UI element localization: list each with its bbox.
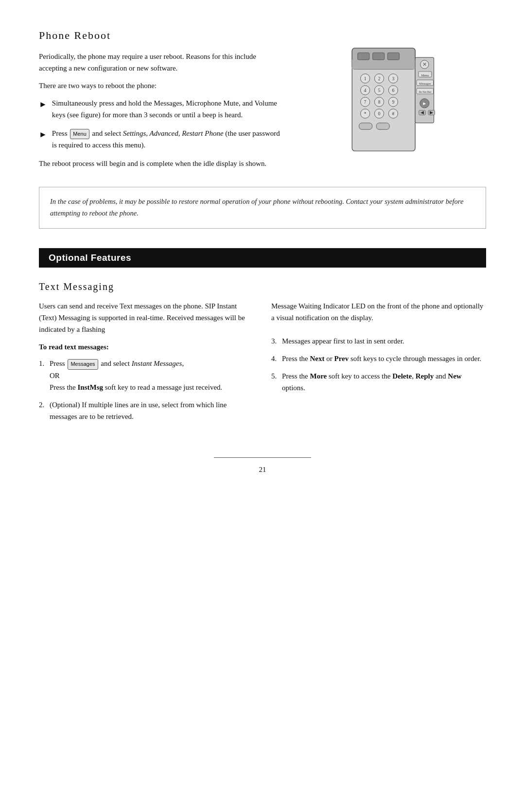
- reboot-bullet-1-text: Simultaneously press and hold the Messag…: [52, 97, 283, 121]
- svg-text:►: ►: [422, 101, 427, 106]
- reboot-left-column: Phone Reboot Periodically, the phone may…: [39, 29, 283, 175]
- step-5-text: Press the More soft key to access the De…: [282, 370, 486, 394]
- svg-text:5: 5: [378, 88, 381, 93]
- next-bold: Next: [310, 355, 325, 362]
- phone-reboot-section: Phone Reboot Periodically, the phone may…: [39, 29, 486, 243]
- text-messaging-title: Text Messaging: [39, 281, 486, 292]
- step-4-num: 4.: [271, 353, 282, 364]
- menu-key-button: Menu: [70, 129, 89, 140]
- optional-features-bar: Optional Features: [39, 248, 486, 268]
- prev-bold: Prev: [334, 355, 349, 362]
- svg-text:6: 6: [392, 88, 394, 93]
- step-2: 2. (Optional) If multiple lines are in u…: [39, 399, 254, 422]
- svg-rect-2: [352, 60, 415, 69]
- reboot-bullet-list: ► Simultaneously press and hold the Mess…: [39, 97, 283, 151]
- reboot-note-box: In the case of problems, it may be possi…: [39, 187, 486, 229]
- optional-features-section: Optional Features Text Messaging Users c…: [39, 243, 486, 428]
- step-5-num: 5.: [271, 370, 282, 382]
- phone-reboot-title: Phone Reboot: [39, 29, 283, 42]
- svg-text:8: 8: [378, 99, 381, 105]
- bullet-arrow-1: ►: [39, 98, 47, 111]
- text-messaging-layout: Users can send and receive Text messages…: [39, 300, 486, 428]
- step-1-text: Press Messages and select Instant Messag…: [50, 358, 254, 393]
- svg-text:*: *: [364, 111, 367, 116]
- svg-rect-31: [376, 123, 389, 129]
- page-number: 21: [259, 466, 266, 474]
- and-select-text: and select: [92, 129, 123, 137]
- press-label: Press: [52, 129, 68, 137]
- step-3-num: 3.: [271, 335, 282, 347]
- svg-rect-3: [358, 53, 369, 59]
- page-footer: 21: [214, 457, 311, 474]
- to-read-heading: To read text messages:: [39, 341, 254, 353]
- svg-text:#: #: [392, 111, 394, 116]
- optional-features-label: Optional Features: [49, 253, 131, 263]
- reboot-intro: Periodically, the phone may require a us…: [39, 51, 283, 74]
- step-5: 5. Press the More soft key to access the…: [271, 370, 486, 394]
- reboot-two-ways: There are two ways to reboot the phone:: [39, 80, 283, 91]
- tm-left-para: Users can send and receive Text messages…: [39, 300, 254, 335]
- step-1: 1. Press Messages and select Instant Mes…: [39, 358, 254, 393]
- text-messaging-left: Users can send and receive Text messages…: [39, 300, 254, 428]
- step-4: 4. Press the Next or Prev soft keys to c…: [271, 353, 486, 364]
- phone-diagram-svg: 1 2 3 4 5 6 7 8 9 *: [341, 34, 443, 156]
- more-bold: More: [310, 372, 327, 380]
- svg-text:7: 7: [364, 99, 367, 105]
- svg-text:Do Not Dist: Do Not Dist: [419, 90, 431, 93]
- reboot-bullet-2: ► Press Menu and select Settings, Advanc…: [39, 127, 283, 151]
- step-3: 3. Messages appear first to last in sent…: [271, 335, 486, 347]
- svg-text:Messages: Messages: [419, 82, 431, 85]
- svg-text:▶: ▶: [430, 110, 433, 115]
- settings-italic: Settings, Advanced, Restart Phone: [123, 129, 224, 137]
- svg-text:9: 9: [392, 99, 394, 105]
- tm-left-para-text: Users can send and receive Text messages…: [39, 302, 245, 333]
- svg-rect-30: [359, 123, 372, 129]
- svg-rect-4: [373, 53, 385, 59]
- to-read-numbered-list: 1. Press Messages and select Instant Mes…: [39, 358, 254, 422]
- svg-text:2: 2: [378, 76, 381, 81]
- svg-text:0: 0: [378, 111, 381, 116]
- delete-bold: Delete: [392, 372, 412, 380]
- svg-text:3: 3: [392, 76, 394, 81]
- svg-text:✕: ✕: [422, 62, 427, 67]
- step-2-text: (Optional) If multiple lines are in use,…: [50, 399, 254, 422]
- svg-rect-5: [387, 53, 399, 59]
- text-messaging-right: Message Waiting Indicator LED on the fro…: [271, 300, 486, 428]
- step-4-text: Press the Next or Prev soft keys to cycl…: [282, 353, 486, 364]
- step-1-num: 1.: [39, 358, 50, 369]
- reboot-bullet-1: ► Simultaneously press and hold the Mess…: [39, 97, 283, 121]
- bullet-arrow-2: ►: [39, 128, 47, 141]
- note-text: In the case of problems, it may be possi…: [50, 198, 463, 217]
- reboot-phone-diagram-col: 1 2 3 4 5 6 7 8 9 *: [298, 29, 486, 156]
- new-bold: New: [448, 372, 461, 380]
- step-3-text: Messages appear first to last in sent or…: [282, 335, 486, 347]
- tm-right-para: Message Waiting Indicator LED on the fro…: [271, 300, 486, 324]
- instant-messages-italic: Instant Messages: [132, 360, 182, 367]
- step-2-num: 2.: [39, 399, 50, 411]
- instmsg-bold: InstMsg: [78, 383, 104, 391]
- svg-text:◀: ◀: [420, 110, 424, 115]
- messages-key-button: Messages: [68, 359, 98, 370]
- reply-bold: Reply: [416, 372, 434, 380]
- svg-text:Menu: Menu: [421, 73, 429, 77]
- reboot-bullet-2-text: Press Menu and select Settings, Advanced…: [52, 127, 283, 151]
- reboot-process-text: The reboot process will begin and is com…: [39, 158, 283, 169]
- svg-text:1: 1: [364, 76, 367, 81]
- to-read-right-list: 3. Messages appear first to last in sent…: [271, 335, 486, 394]
- svg-text:4: 4: [364, 88, 367, 93]
